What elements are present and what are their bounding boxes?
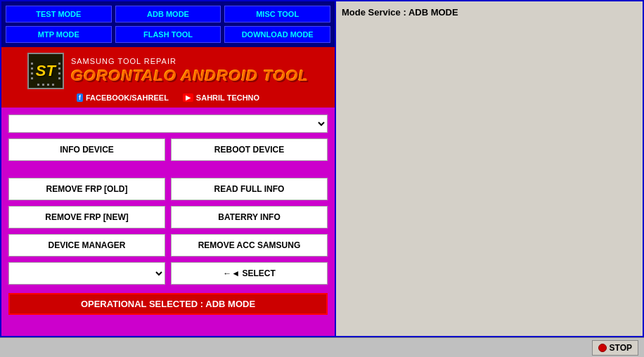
- facebook-label: FACEBOOK/SAHREEL: [86, 93, 169, 102]
- misc-tool-button[interactable]: MISC TOOL: [224, 6, 330, 22]
- st-logo: ST: [27, 53, 64, 89]
- test-mode-button[interactable]: TEST MODE: [6, 6, 112, 22]
- mtp-mode-button[interactable]: MTP MODE: [6, 26, 112, 43]
- remove-frp-new-button[interactable]: REMOVE FRP [NEW]: [8, 206, 165, 228]
- stop-label: STOP: [610, 343, 632, 353]
- device-manager-button[interactable]: DEVICE MANAGER: [8, 234, 165, 257]
- banner: ST SAMSUNG TOOL REPAIR GORONTALO ANDROID…: [1, 47, 335, 108]
- status-text: OPERATIONAL SELECTED : ADB MODE: [81, 299, 255, 309]
- youtube-label: SAHRIL TECHNO: [196, 93, 259, 102]
- device-dropdown-row: [8, 115, 328, 133]
- download-mode-button[interactable]: DOWNLOAD MODE: [224, 26, 330, 43]
- logo-dots-bottom: [37, 84, 54, 86]
- samsung-label: SAMSUNG TOOL REPAIR: [71, 57, 176, 65]
- main-buttons-grid: REMOVE FRP [OLD] READ FULL INFO REMOVE F…: [8, 178, 328, 257]
- right-panel: Mode Service : ADB MODE: [336, 0, 644, 337]
- logo-text: ST: [36, 62, 56, 80]
- top-action-row: INFO DEVICE REBOOT DEVICE: [8, 138, 328, 161]
- log-area: [342, 23, 637, 330]
- logo-dots-right: [58, 63, 60, 79]
- reboot-device-button[interactable]: REBOOT DEVICE: [171, 138, 328, 161]
- select-dropdown[interactable]: [8, 262, 165, 285]
- remove-acc-samsung-button[interactable]: REMOVE ACC SAMSUNG: [171, 234, 328, 257]
- social-links: f FACEBOOK/SAHREEL ▶ SAHRIL TECHNO: [77, 93, 259, 102]
- mode-service-label: Mode Service : ADB MODE: [342, 7, 637, 18]
- nav-buttons: TEST MODE ADB MODE MISC TOOL MTP MODE FL…: [1, 1, 335, 47]
- youtube-link[interactable]: ▶ SAHRIL TECHNO: [183, 93, 259, 102]
- stop-button[interactable]: STOP: [592, 340, 638, 356]
- battery-info-button[interactable]: BATERRY INFO: [171, 206, 328, 228]
- content-area: INFO DEVICE REBOOT DEVICE REMOVE FRP [OL…: [1, 108, 335, 336]
- left-panel: TEST MODE ADB MODE MISC TOOL MTP MODE FL…: [0, 0, 336, 337]
- facebook-link[interactable]: f FACEBOOK/SAHREEL: [77, 93, 169, 102]
- banner-right: SAMSUNG TOOL REPAIR GORONTALO ANDROID TO…: [71, 57, 309, 85]
- stop-icon: [598, 344, 607, 352]
- bottom-row: ←◄ SELECT: [8, 262, 328, 285]
- read-full-info-button[interactable]: READ FULL INFO: [171, 178, 328, 200]
- select-button[interactable]: ←◄ SELECT: [171, 262, 328, 285]
- status-bar: OPERATIONAL SELECTED : ADB MODE: [8, 293, 328, 315]
- device-dropdown[interactable]: [8, 115, 328, 133]
- bottom-bar: STOP: [0, 337, 644, 357]
- youtube-icon: ▶: [183, 93, 193, 102]
- spacer: [8, 167, 328, 172]
- info-device-button[interactable]: INFO DEVICE: [8, 138, 165, 161]
- flash-tool-button[interactable]: FLASH TOOL: [115, 26, 221, 43]
- logo-dots-left: [31, 63, 33, 79]
- facebook-icon: f: [77, 93, 83, 102]
- app-title: GORONTALO ANDROID TOOL: [71, 67, 309, 85]
- adb-mode-button[interactable]: ADB MODE: [115, 6, 221, 22]
- remove-frp-old-button[interactable]: REMOVE FRP [OLD]: [8, 178, 165, 200]
